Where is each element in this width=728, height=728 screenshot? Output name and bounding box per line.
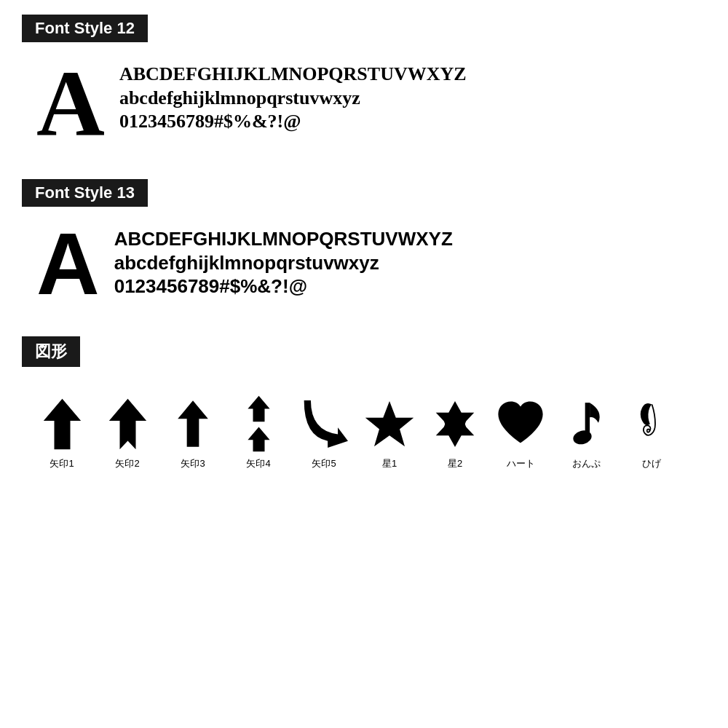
svg-point-9 [571,428,593,446]
font-13-line3: 0123456789#$%&?!@ [114,274,453,298]
arrow1-label: 矢印1 [50,457,74,470]
font-13-line1: ABCDEFGHIJKLMNOPQRSTUVWXYZ [114,227,453,251]
svg-marker-5 [365,401,414,446]
arrow5-icon [298,395,349,453]
music-icon [561,395,612,453]
star2-icon [430,395,480,453]
svg-marker-4 [248,427,269,451]
heart-label: ハート [507,457,535,470]
list-item: 矢印2 [95,395,160,470]
page: Font Style 12 A ABCDEFGHIJKLMNOPQRSTUVWX… [0,0,728,485]
list-item: 矢印3 [160,395,226,470]
font-style-13-section: Font Style 13 A ABCDEFGHIJKLMNOPQRSTUVWX… [22,179,706,307]
arrow3-label: 矢印3 [181,457,205,470]
arrow5-label: 矢印5 [312,457,336,470]
svg-marker-2 [178,400,208,446]
list-item: 矢印1 [29,395,95,470]
font-12-line2: abcdefghijklmnopqrstuvwxyz [119,87,467,111]
list-item: 星1 [357,395,422,470]
font-style-12-label: Font Style 12 [22,15,148,42]
shapes-label: 図形 [22,336,80,367]
font-style-13-label: Font Style 13 [22,179,148,207]
star1-label: 星1 [382,457,397,470]
svg-marker-0 [43,398,80,449]
list-item: ひげ [619,395,684,470]
font-style-12-display: A ABCDEFGHIJKLMNOPQRSTUVWXYZ abcdefghijk… [22,55,706,150]
font-13-big-letter: A [36,220,100,307]
star1-icon [364,395,415,453]
font-style-12-section: Font Style 12 A ABCDEFGHIJKLMNOPQRSTUVWX… [22,15,706,150]
list-item: 矢印5 [291,395,357,470]
arrow2-icon [102,395,153,453]
arrow4-icon [233,395,284,453]
shapes-grid: 矢印1 矢印2 矢印3 [22,380,706,470]
star2-label: 星2 [448,457,462,470]
mustache-label: ひげ [642,457,661,470]
font-13-line2: abcdefghijklmnopqrstuvwxyz [114,251,453,275]
list-item: 矢印4 [226,395,291,470]
font-12-big-letter: A [36,55,105,150]
arrow3-icon [167,395,218,453]
heart-icon [495,395,546,453]
list-item: おんぷ [553,395,619,470]
font-12-line3: 0123456789#$%&?!@ [119,110,467,134]
arrow4-label: 矢印4 [246,457,270,470]
font-12-char-lines: ABCDEFGHIJKLMNOPQRSTUVWXYZ abcdefghijklm… [119,55,467,134]
music-label: おんぷ [572,457,601,470]
arrow1-icon [36,395,87,453]
svg-marker-1 [108,398,146,449]
font-style-13-display: A ABCDEFGHIJKLMNOPQRSTUVWXYZ abcdefghijk… [22,220,706,307]
arrow2-label: 矢印2 [115,457,139,470]
svg-rect-8 [585,403,589,435]
shapes-section: 図形 矢印1 矢印2 [22,336,706,470]
svg-marker-3 [248,396,269,422]
mustache-icon [626,395,677,453]
list-item: ハート [488,395,553,470]
font-13-char-lines: ABCDEFGHIJKLMNOPQRSTUVWXYZ abcdefghijklm… [114,220,453,298]
font-12-line1: ABCDEFGHIJKLMNOPQRSTUVWXYZ [119,63,467,87]
list-item: 星2 [422,395,488,470]
